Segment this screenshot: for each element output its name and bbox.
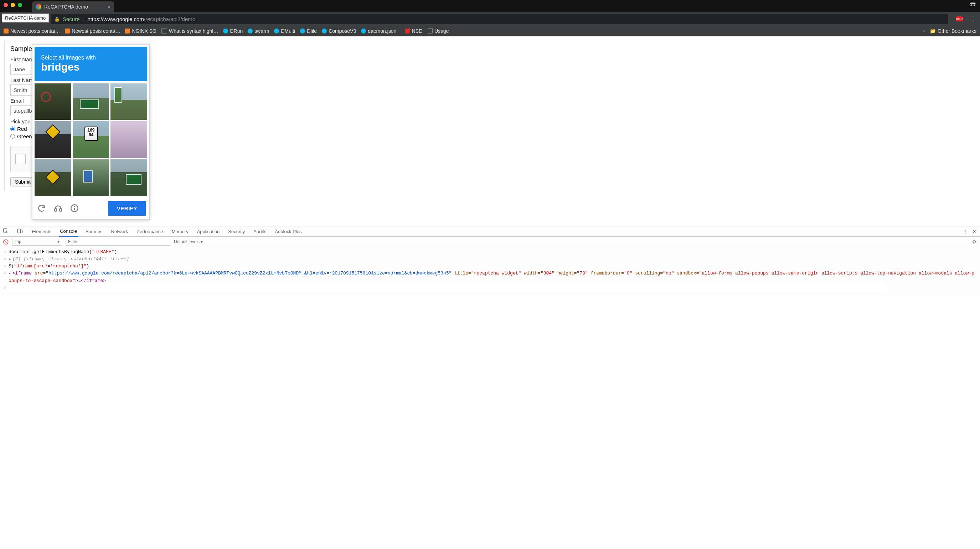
captcha-footer: VERIFY bbox=[35, 201, 147, 217]
secure-label: Secure bbox=[63, 16, 80, 22]
bookmark-item[interactable]: Usage bbox=[427, 28, 449, 34]
tab-network[interactable]: Network bbox=[110, 226, 129, 236]
tab-security[interactable]: Security bbox=[228, 226, 245, 236]
stackoverflow-icon bbox=[3, 29, 8, 33]
favicon-icon bbox=[36, 4, 41, 10]
tab-sources[interactable]: Sources bbox=[85, 226, 103, 236]
stackoverflow-icon bbox=[125, 29, 130, 33]
bookmark-item[interactable]: NGINX SO bbox=[125, 28, 156, 34]
docker-icon bbox=[300, 29, 305, 33]
verify-button[interactable]: VERIFY bbox=[108, 201, 146, 216]
svg-rect-6 bbox=[18, 229, 21, 233]
svg-point-4 bbox=[74, 206, 75, 207]
browser-menu-icon[interactable]: ⋮ bbox=[971, 15, 977, 23]
tab-title: ReCAPTCHA demo bbox=[44, 4, 88, 10]
radio-red[interactable] bbox=[10, 127, 15, 131]
bookmark-item[interactable]: NSE bbox=[401, 28, 422, 34]
docker-icon bbox=[274, 29, 279, 33]
bookmark-item[interactable]: ComposeV3 bbox=[322, 28, 356, 34]
page-icon bbox=[427, 28, 433, 34]
bookmark-item[interactable]: Newest posts contai… bbox=[3, 28, 60, 34]
info-icon[interactable] bbox=[69, 202, 80, 214]
bookmark-item[interactable]: Dfile bbox=[300, 28, 317, 34]
tab-adblock[interactable]: Adblock Plus bbox=[274, 226, 302, 236]
clear-console-icon[interactable]: 🚫 bbox=[3, 239, 8, 245]
tab-elements[interactable]: Elements bbox=[31, 226, 52, 236]
audio-icon[interactable] bbox=[52, 202, 64, 214]
browser-toolbar: ← → ⟳ ⌂ 🔒 Secure | https://www.google.co… bbox=[0, 12, 980, 25]
lock-icon: 🔒 bbox=[54, 16, 60, 22]
console-input-line: $("iframe[src*='recaptcha']") bbox=[8, 263, 89, 270]
bookmarks-overflow[interactable]: » bbox=[922, 29, 925, 33]
incognito-icon bbox=[969, 2, 977, 8]
console-prompt-input[interactable] bbox=[8, 285, 886, 292]
tab-strip: ReCAPTCHA demo × ReCAPTCHA demo bbox=[0, 0, 980, 12]
window-minimize-icon[interactable] bbox=[11, 3, 15, 7]
url-bar[interactable]: 🔒 Secure | https://www.google.com/recapt… bbox=[51, 14, 948, 24]
captcha-grid: 169 64 bbox=[35, 83, 147, 196]
captcha-tile[interactable] bbox=[35, 83, 71, 120]
captcha-target: bridges bbox=[41, 61, 141, 73]
tab-audits[interactable]: Audits bbox=[253, 226, 267, 236]
devtools-tabs: Elements Console Sources Network Perform… bbox=[0, 226, 980, 237]
context-selector[interactable]: top bbox=[12, 238, 62, 246]
device-toggle-icon[interactable] bbox=[17, 228, 23, 235]
page-content: Sample First Nam Last Nam Email Pick you… bbox=[0, 41, 980, 226]
bookmark-item[interactable]: swarm bbox=[248, 28, 269, 34]
other-bookmarks[interactable]: 📁Other Bookmarks bbox=[930, 28, 977, 34]
console-output-line: (2) [iframe, iframe, uw1kb9dif44l: ifram… bbox=[8, 256, 129, 263]
radio-green[interactable] bbox=[10, 134, 15, 138]
svg-rect-1 bbox=[59, 208, 61, 212]
bookmark-item[interactable]: Newest posts conta… bbox=[65, 28, 120, 34]
captcha-tile[interactable] bbox=[110, 121, 147, 158]
tab-application[interactable]: Application bbox=[196, 226, 221, 236]
adblock-icon[interactable]: ABP bbox=[956, 16, 963, 21]
svg-rect-0 bbox=[54, 208, 56, 212]
captcha-tile[interactable] bbox=[73, 83, 110, 120]
url-path: /recaptcha/api2/demo bbox=[144, 16, 195, 22]
bookmarks-bar: Newest posts contai… Newest posts conta…… bbox=[0, 25, 980, 37]
recaptcha-challenge: Select all images with bridges 169 64 bbox=[32, 44, 150, 220]
devtools-menu-icon[interactable]: ⋮ bbox=[963, 229, 967, 234]
docker-icon bbox=[248, 29, 253, 33]
recaptcha-checkbox[interactable] bbox=[15, 154, 25, 164]
captcha-tile[interactable] bbox=[110, 159, 147, 196]
tab-performance[interactable]: Performance bbox=[136, 226, 164, 236]
console-input-line: document.getElementsByTagName("IFRAME") bbox=[8, 248, 117, 256]
inspect-icon[interactable] bbox=[3, 228, 8, 235]
captcha-tile[interactable]: 169 64 bbox=[73, 121, 110, 158]
url-separator: | bbox=[83, 16, 84, 22]
reload-icon[interactable] bbox=[36, 202, 48, 214]
log-levels-dropdown[interactable]: Default levels ▾ bbox=[174, 239, 203, 244]
tab-recaptcha-demo[interactable]: ReCAPTCHA demo × ReCAPTCHA demo bbox=[32, 2, 114, 12]
console-filterbar: 🚫 top Default levels ▾ ⚙ bbox=[0, 237, 980, 247]
window-close-icon[interactable] bbox=[3, 3, 8, 7]
captcha-tile[interactable] bbox=[110, 83, 147, 120]
bookmark-item[interactable]: DRun bbox=[223, 28, 243, 34]
console-output-line: <iframe src="https://www.google.com/reca… bbox=[8, 270, 977, 284]
console-filter-input[interactable] bbox=[65, 238, 170, 246]
bookmark-item[interactable]: daemon.json bbox=[361, 28, 396, 34]
captcha-instruction: Select all images with bbox=[41, 54, 141, 61]
console-settings-icon[interactable]: ⚙ bbox=[972, 239, 977, 245]
captcha-tile[interactable] bbox=[73, 159, 110, 196]
devtools-close-icon[interactable]: ✕ bbox=[972, 229, 977, 234]
bookmark-item[interactable]: What is syntax highl… bbox=[161, 28, 218, 34]
tab-memory[interactable]: Memory bbox=[171, 226, 189, 236]
submit-button[interactable]: Submit bbox=[10, 177, 35, 186]
captcha-tile[interactable] bbox=[35, 121, 71, 158]
radio-red-label: Red bbox=[17, 126, 27, 132]
url-host: https://www.google.com bbox=[87, 16, 144, 22]
page-icon bbox=[161, 28, 167, 34]
tab-console[interactable]: Console bbox=[59, 226, 78, 237]
tab-tooltip: ReCAPTCHA demo bbox=[2, 14, 49, 22]
docker-icon bbox=[361, 29, 366, 33]
adblock-icon bbox=[405, 29, 410, 33]
window-zoom-icon[interactable] bbox=[18, 3, 22, 7]
tab-close-icon[interactable]: × bbox=[104, 4, 110, 10]
docker-icon bbox=[322, 29, 327, 33]
bookmark-item[interactable]: DMulti bbox=[274, 28, 295, 34]
captcha-tile[interactable] bbox=[35, 159, 71, 196]
radio-green-label: Green bbox=[17, 133, 32, 139]
console-output: document.getElementsByTagName("IFRAME") … bbox=[0, 247, 980, 296]
